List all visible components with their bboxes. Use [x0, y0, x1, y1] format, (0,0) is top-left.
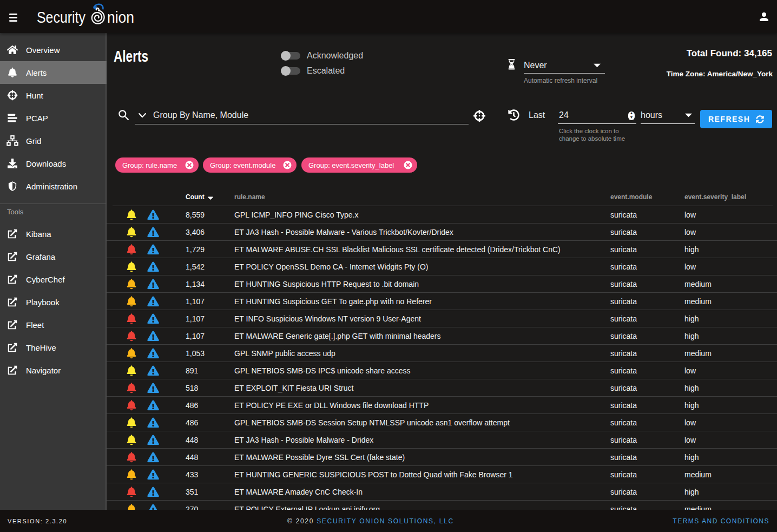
svg-text:Security: Security [37, 9, 85, 26]
svg-text:nion: nion [107, 9, 134, 26]
